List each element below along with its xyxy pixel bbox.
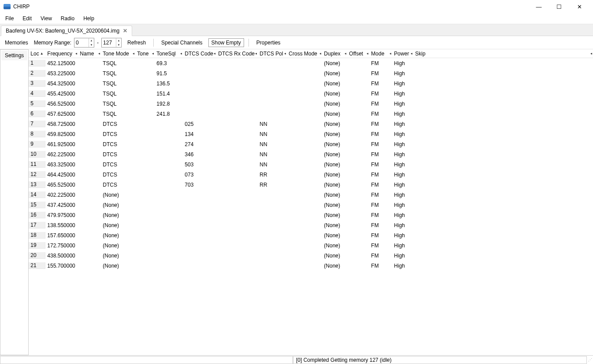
cell-mode[interactable]: FM [369, 91, 392, 97]
cell-tmode[interactable]: TSQL [101, 60, 135, 66]
spin-down-icon[interactable]: ▼ [116, 43, 121, 47]
table-row[interactable]: 1452.125000TSQL69.3(None)FMHigh [29, 58, 593, 68]
memories-button[interactable]: Memories [2, 38, 31, 47]
menu-help[interactable]: Help [80, 14, 98, 23]
cell-duplex[interactable]: (None) [322, 253, 347, 259]
col-tone[interactable]: Tone◂ [135, 49, 155, 58]
cell-dtcs[interactable]: 703 [183, 182, 216, 188]
cell-mode[interactable]: FM [369, 202, 392, 208]
col-cross-mode[interactable]: Cross Mode◂ [287, 49, 322, 58]
menu-view[interactable]: View [37, 14, 56, 23]
table-row[interactable]: 2453.225000TSQL91.5(None)FMHigh [29, 68, 593, 78]
col-loc[interactable]: Loc▲ [29, 49, 45, 58]
cell-mode[interactable]: FM [369, 111, 392, 117]
cell-mode[interactable]: FM [369, 172, 392, 178]
cell-tsql[interactable]: 192.8 [155, 101, 183, 107]
cell-mode[interactable]: FM [369, 253, 392, 259]
cell-tmode[interactable]: (None) [101, 263, 135, 269]
cell-loc[interactable]: 4 [29, 90, 45, 97]
table-row[interactable]: 6457.625000TSQL241.8(None)FMHigh [29, 109, 593, 119]
cell-freq[interactable]: 461.925000 [45, 141, 78, 147]
cell-tmode[interactable]: TSQL [101, 101, 135, 107]
cell-power[interactable]: High [392, 192, 413, 198]
cell-freq[interactable]: 172.750000 [45, 243, 78, 249]
cell-loc[interactable]: 5 [29, 100, 45, 107]
range-to-spinner[interactable]: ▲▼ [101, 38, 122, 48]
cell-mode[interactable]: FM [369, 192, 392, 198]
cell-duplex[interactable]: (None) [322, 212, 347, 218]
table-row[interactable]: 21155.700000(None)(None)FMHigh [29, 261, 593, 271]
cell-loc[interactable]: 20 [29, 252, 45, 259]
table-row[interactable]: 19172.750000(None)(None)FMHigh [29, 240, 593, 250]
cell-mode[interactable]: FM [369, 222, 392, 228]
cell-tmode[interactable]: (None) [101, 222, 135, 228]
cell-freq[interactable]: 462.225000 [45, 151, 78, 158]
cell-loc[interactable]: 11 [29, 161, 45, 168]
cell-mode[interactable]: FM [369, 243, 392, 249]
table-row[interactable]: 11463.325000DTCS503NN(None)FMHigh [29, 159, 593, 169]
col-offset[interactable]: Offset◂ [347, 49, 369, 58]
cell-duplex[interactable]: (None) [322, 182, 347, 188]
cell-duplex[interactable]: (None) [322, 131, 347, 137]
cell-power[interactable]: High [392, 232, 413, 239]
col-dtcs-rx-code[interactable]: DTCS Rx Code◂ [216, 49, 258, 58]
cell-loc[interactable]: 17 [29, 222, 45, 228]
cell-tmode[interactable]: DTCS [101, 172, 135, 178]
close-button[interactable]: ✕ [569, 0, 589, 13]
cell-freq[interactable]: 455.425000 [45, 91, 78, 97]
cell-duplex[interactable]: (None) [322, 192, 347, 198]
cell-dtcspol[interactable]: RR [258, 172, 287, 178]
cell-duplex[interactable]: (None) [322, 91, 347, 97]
cell-tmode[interactable]: DTCS [101, 151, 135, 158]
col-mode[interactable]: Mode◂ [369, 49, 392, 58]
cell-tmode[interactable]: TSQL [101, 70, 135, 77]
cell-freq[interactable]: 464.425000 [45, 172, 78, 178]
cell-duplex[interactable]: (None) [322, 141, 347, 147]
cell-freq[interactable]: 155.700000 [45, 263, 78, 269]
cell-mode[interactable]: FM [369, 232, 392, 239]
cell-dtcspol[interactable]: NN [258, 121, 287, 127]
cell-tmode[interactable]: (None) [101, 202, 135, 208]
cell-duplex[interactable]: (None) [322, 263, 347, 269]
table-row[interactable]: 8459.825000DTCS134NN(None)FMHigh [29, 129, 593, 139]
cell-mode[interactable]: FM [369, 70, 392, 77]
cell-freq[interactable]: 456.525000 [45, 101, 78, 107]
maximize-button[interactable]: ☐ [549, 0, 569, 13]
file-tab[interactable]: Baofeng UV-5X: Baofeng_UV-5X_20200604.im… [1, 26, 132, 36]
cell-freq[interactable]: 138.550000 [45, 222, 78, 228]
cell-power[interactable]: High [392, 101, 413, 107]
cell-tmode[interactable]: (None) [101, 192, 135, 198]
menu-radio[interactable]: Radio [57, 14, 78, 23]
cell-power[interactable]: High [392, 151, 413, 158]
table-row[interactable]: 14402.225000(None)(None)FMHigh [29, 190, 593, 200]
cell-loc[interactable]: 8 [29, 131, 45, 137]
cell-loc[interactable]: 18 [29, 232, 45, 239]
cell-dtcspol[interactable]: NN [258, 131, 287, 137]
cell-loc[interactable]: 9 [29, 141, 45, 147]
cell-freq[interactable]: 459.825000 [45, 131, 78, 137]
cell-loc[interactable]: 1 [29, 60, 45, 66]
cell-duplex[interactable]: (None) [322, 70, 347, 77]
cell-power[interactable]: High [392, 162, 413, 168]
cell-dtcspol[interactable]: NN [258, 162, 287, 168]
table-row[interactable]: 5456.525000TSQL192.8(None)FMHigh [29, 99, 593, 109]
cell-loc[interactable]: 19 [29, 242, 45, 249]
cell-tmode[interactable]: TSQL [101, 81, 135, 87]
cell-dtcspol[interactable]: NN [258, 141, 287, 147]
cell-power[interactable]: High [392, 263, 413, 269]
cell-mode[interactable]: FM [369, 141, 392, 147]
range-to-input[interactable] [102, 39, 116, 47]
col-skip[interactable]: Skip◂ [413, 49, 593, 58]
table-row[interactable]: 3454.325000TSQL136.5(None)FMHigh [29, 78, 593, 88]
cell-mode[interactable]: FM [369, 60, 392, 66]
table-row[interactable]: 4455.425000TSQL151.4(None)FMHigh [29, 88, 593, 99]
cell-duplex[interactable]: (None) [322, 60, 347, 66]
cell-tmode[interactable]: DTCS [101, 121, 135, 127]
cell-duplex[interactable]: (None) [322, 111, 347, 117]
cell-power[interactable]: High [392, 131, 413, 137]
cell-freq[interactable]: 402.225000 [45, 192, 78, 198]
col-name[interactable]: Name◂ [78, 49, 101, 58]
table-row[interactable]: 18157.650000(None)(None)FMHigh [29, 230, 593, 240]
minimize-button[interactable]: — [529, 0, 549, 13]
cell-tmode[interactable]: (None) [101, 212, 135, 218]
